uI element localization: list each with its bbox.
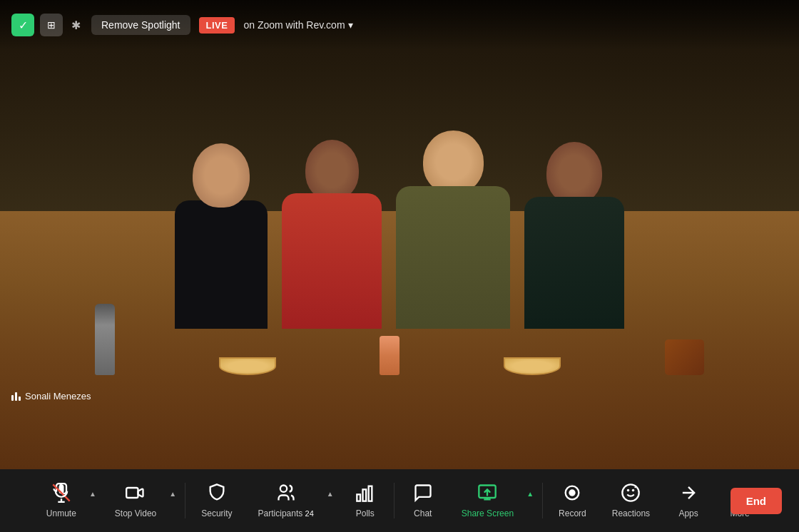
polls-button[interactable]: Polls [342,477,388,524]
chat-label: Chat [414,508,432,518]
person-3 [396,131,510,329]
reactions-label: Reactions [612,508,650,518]
security-button[interactable]: Security [191,477,242,524]
apps-label: Apps [678,508,698,518]
microphone-icon [51,483,71,506]
unmute-button[interactable]: Unmute [36,477,86,524]
stop-video-label: Stop Video [115,508,157,518]
person-3-head [423,131,484,193]
svg-rect-8 [368,486,372,501]
participants-button[interactable]: Participants 24 [248,477,324,524]
person-4-head [546,142,602,204]
share-screen-chevron[interactable]: ▲ [524,484,536,503]
chat-bubble-icon [413,483,433,506]
zoom-shield-icon: ✓ [11,14,34,36]
video-area: ✓ ⊞ ✱ Remove Spotlight LIVE on Zoom with… [0,0,799,469]
beverage-can [380,336,400,375]
end-button[interactable]: End [731,488,782,514]
toolbar: Unmute ▲ Stop Video ▲ Security [0,469,799,532]
security-group: Security [188,477,245,524]
apps-icon [678,483,698,506]
remove-spotlight-button[interactable]: Remove Spotlight [91,15,190,35]
emoji-icon [621,483,641,506]
svg-rect-6 [357,494,360,501]
participants-chevron[interactable]: ▲ [324,484,337,503]
unmute-group: Unmute ▲ [34,477,102,524]
top-bar: ✓ ⊞ ✱ Remove Spotlight LIVE on Zoom with… [0,0,799,50]
separator-1 [185,483,185,518]
video-background [0,0,799,469]
svg-rect-4 [126,488,138,498]
person-1 [175,143,268,329]
record-group: Record [546,477,599,524]
participants-label: Participants 24 [258,508,314,518]
bowl-2 [504,357,561,375]
top-icons: ✓ ⊞ ✱ [11,14,83,36]
person-2 [282,140,382,329]
zoom-grid-icon: ⊞ [40,14,63,36]
reactions-group: Reactions [599,477,663,524]
share-screen-group: Share Screen ▲ [449,477,539,524]
person-1-head [193,143,250,208]
chat-group: Chat [397,477,449,524]
table-items [0,304,799,375]
record-circle-icon [562,483,582,506]
share-screen-button[interactable]: Share Screen [452,477,524,524]
separator-2 [394,483,395,518]
apps-group: Apps [663,477,714,524]
mug [665,339,704,375]
stop-video-chevron[interactable]: ▲ [166,484,179,503]
bowl-1 [219,357,276,375]
record-label: Record [559,508,586,518]
svg-point-5 [280,486,287,492]
security-label: Security [201,508,232,518]
polls-label: Polls [356,508,375,518]
share-screen-label: Share Screen [462,508,514,518]
stop-video-group: Stop Video ▲ [102,477,182,524]
apps-button[interactable]: Apps [666,477,711,524]
snowflake-icon: ✱ [68,18,83,32]
svg-rect-7 [362,489,366,501]
people-row [0,131,799,329]
person-4 [524,142,624,329]
polls-chart-icon [355,483,375,506]
record-button[interactable]: Record [549,477,596,524]
reactions-button[interactable]: Reactions [602,477,660,524]
stop-video-button[interactable]: Stop Video [105,477,167,524]
video-camera-icon [126,483,146,506]
security-shield-icon [207,483,227,506]
svg-point-11 [569,489,576,496]
person-2-head [305,140,359,200]
unmute-label: Unmute [46,508,76,518]
water-bottle [95,304,115,375]
chat-button[interactable]: Chat [400,477,446,524]
participants-group: Participants 24 ▲ [245,477,340,524]
speaker-bars-icon [11,392,21,401]
chevron-down-icon: ▾ [348,19,353,31]
live-badge: LIVE [199,17,235,34]
separator-3 [542,483,543,518]
zoom-rev-label: on Zoom with Rev.com ▾ [243,19,352,31]
participants-icon [276,483,296,506]
share-screen-icon [477,483,497,506]
unmute-chevron[interactable]: ▲ [86,484,99,503]
polls-group: Polls [340,477,391,524]
speaker-name: Sonali Menezes [11,391,91,401]
